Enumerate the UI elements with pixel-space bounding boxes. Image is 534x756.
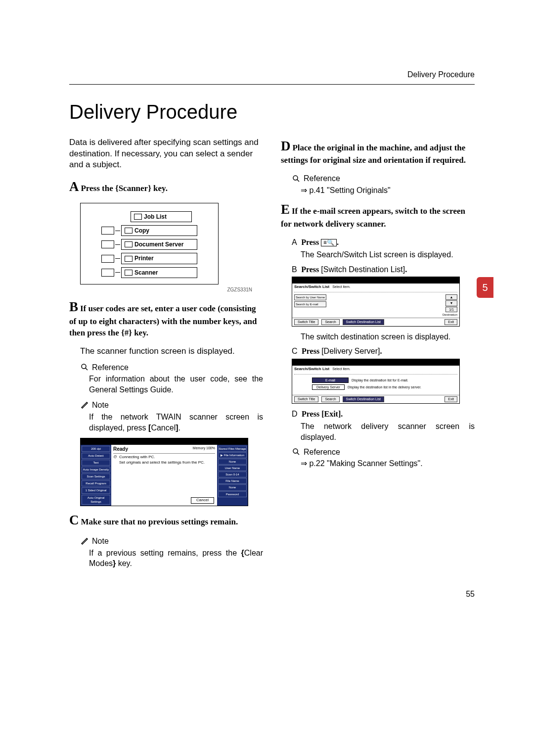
ss1-right-4: Scan 0-14 [218, 472, 247, 477]
substep-d-body: The network delivery scanner screen is d… [301, 421, 475, 442]
step-d-reference-body: ⇒ p.41 "Setting Originals" [301, 185, 475, 196]
ss3-email-button: E-mail [312, 378, 349, 383]
substep-d: D Press [Exit]. [292, 409, 475, 420]
step-e-reference-body: ⇒ p.22 "Making Scanner Settings". [301, 458, 475, 469]
ss1-cancel-button: Cancel [191, 497, 214, 504]
ss1-side-1: Auto Detect [82, 453, 110, 459]
note-label-c: Note [92, 536, 109, 547]
ss3-delivery-button: Delivery Server [312, 384, 345, 390]
ss2-page-down: ▼ [445, 300, 457, 306]
reference-icon [292, 447, 301, 456]
step-e: E If the e-mail screen appears, switch t… [281, 200, 475, 230]
header-section: Delivery Procedure [69, 69, 475, 80]
step-c-note-header: Note [80, 536, 263, 547]
ss2-search: Search [321, 319, 339, 325]
step-a-prefix: Press the [81, 184, 115, 193]
panel-key-copy: Copy [134, 227, 149, 235]
substep-d-label: D [292, 410, 298, 418]
ss1-right-1: ▶ File Information [218, 452, 247, 458]
screenshot-twain: 200 dpi Auto Detect Text Auto Image Dens… [80, 438, 248, 506]
step-d-text: Place the original in the machine, and a… [281, 143, 466, 165]
ss1-right-0: Stored Files Manage [218, 446, 247, 452]
step-c: C Make sure that no previous settings re… [69, 511, 263, 529]
ss2-exit: Exit [445, 319, 457, 325]
step-b-reference: Reference For information about the user… [80, 362, 263, 395]
ss1-msg2: Set originals and select the settings fr… [119, 460, 205, 466]
substep-c-label: C [292, 347, 298, 355]
note-label: Note [92, 400, 109, 411]
right-column: D Place the original in the machine, and… [281, 137, 475, 574]
ss3-switch-dest-list: Switch Destination List [343, 396, 384, 402]
ref-body-e: p.22 "Making Scanner Settings". [307, 459, 423, 468]
ss1-ready: Ready [113, 446, 128, 453]
ref-body-d: p.41 "Setting Originals" [307, 186, 391, 194]
ss3-title: Search/Switch List [294, 367, 329, 372]
chapter-tab: 5 [477, 277, 493, 298]
step-c-note-body1: If a previous setting remains, press the [89, 549, 241, 557]
ss3-switch-title: Switch Title [294, 396, 318, 402]
reference-label: Reference [92, 362, 129, 373]
ss1-memory: Memory 100% [193, 446, 215, 453]
ss2-switch-title: Switch Title [294, 319, 318, 325]
substep-b-key: Switch Destination List [323, 265, 403, 274]
panel-key-docserver: Document Server [134, 240, 183, 248]
reference-label-d: Reference [304, 173, 340, 184]
substep-a-label: A [292, 238, 297, 246]
panel-key-printer: Printer [134, 254, 154, 262]
ss2-search-username: Search by User Name [294, 294, 326, 300]
screenshot-delivery-server: Search/Switch List Select item. E-mail D… [292, 359, 460, 404]
substep-d-press: Press [302, 410, 321, 418]
step-c-note-body: If a previous setting remains, press the… [89, 548, 263, 569]
step-b-result: The scanner function screen is displayed… [80, 346, 263, 357]
ss1-side-3: Auto Image Density [82, 467, 110, 472]
substep-a-body: The Search/Switch List screen is display… [301, 249, 475, 260]
reference-icon [292, 174, 301, 183]
ss1-side-0: 200 dpi [82, 446, 110, 452]
step-e-text: If the e-mail screen appears, switch to … [281, 206, 465, 228]
ss1-right-3: User Name [218, 465, 247, 471]
step-a-text: Press the {Scanner} key. [81, 184, 168, 193]
ss3-search: Search [321, 396, 339, 402]
step-b-reference-body: For information about the user code, see… [89, 374, 263, 395]
substep-d-key: Exit [324, 410, 338, 418]
step-c-note-body2: key. [116, 559, 132, 567]
step-d: D Place the original in the machine, and… [281, 137, 475, 166]
ss3-delivery-desc: Display the destination list in the deli… [348, 385, 421, 389]
divider [69, 84, 475, 85]
substep-c-after: . [380, 347, 382, 355]
step-d-reference: Reference ⇒ p.41 "Setting Originals" [292, 173, 475, 195]
reference-icon [80, 363, 89, 372]
ss1-right-6: None [218, 484, 247, 490]
svg-line-3 [297, 179, 300, 182]
ss2-switch-dest-list: Switch Destination List [343, 319, 384, 325]
step-a-suffix: key. [151, 184, 168, 193]
step-c-letter: C [69, 513, 79, 527]
ss1-side-5: Recall Program [82, 480, 110, 486]
step-d-letter: D [281, 139, 291, 153]
step-b: B If user codes are set, enter a user co… [69, 298, 263, 338]
note-icon [80, 537, 89, 546]
step-c-text: Make sure that no previous settings rema… [81, 517, 238, 526]
step-b-key: # [125, 328, 129, 337]
ref-arrow-d: ⇒ [301, 186, 307, 194]
substep-d-after: . [341, 410, 343, 418]
note-icon [80, 401, 89, 410]
ss3-select: Select item. [332, 367, 351, 371]
intro-text: Data is delivered after specifying scan … [69, 137, 263, 171]
substep-b-press: Press [301, 265, 321, 274]
ss2-page-count: 1/1 [445, 307, 457, 312]
substep-b: B Press [Switch Destination List]. [292, 264, 475, 275]
ss1-right-5: File Name [218, 478, 247, 484]
step-a-key: Scanner [119, 184, 148, 193]
substep-b-label: B [292, 265, 297, 274]
ss1-side-4: Scan Settings [82, 473, 110, 479]
step-a: A Press the {Scanner} key. [69, 178, 263, 195]
page-title: Delivery Procedure [69, 98, 475, 125]
left-column: Data is delivered after specifying scan … [69, 137, 263, 574]
step-b-note-header: Note [80, 400, 263, 411]
step-b-text: If user codes are set, enter a user code… [69, 304, 257, 337]
panel-key-scanner: Scanner [134, 269, 158, 277]
ss2-title: Search/Switch List [294, 284, 329, 290]
ref-arrow-e: ⇒ [301, 459, 307, 468]
ss1-right-2: None [218, 459, 247, 465]
